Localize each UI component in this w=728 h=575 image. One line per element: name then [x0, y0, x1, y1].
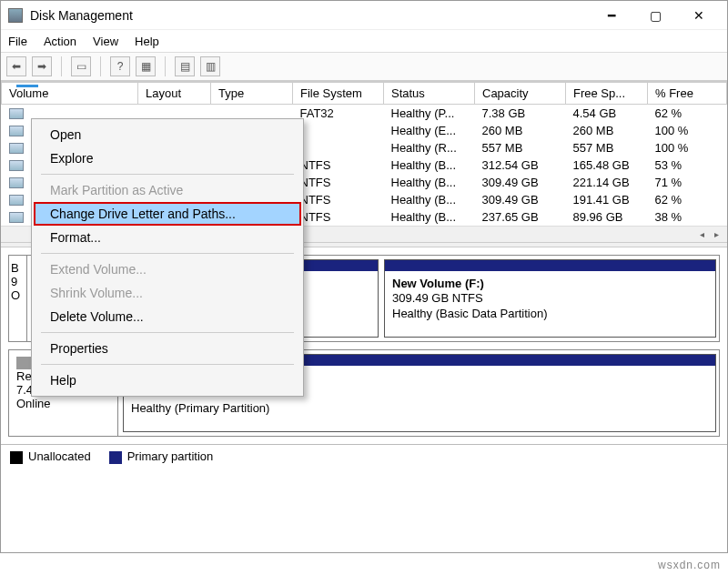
ctx-change-drive-letter[interactable]: Change Drive Letter and Paths... [34, 202, 301, 226]
menu-action[interactable]: Action [44, 35, 76, 48]
volume-icon [9, 195, 24, 206]
partition-f-title: New Volume (F:) [392, 277, 484, 290]
volume-icon [9, 108, 24, 119]
ctx-properties[interactable]: Properties [34, 337, 301, 360]
legend-primary: Primary partition [109, 449, 214, 464]
col-pctfree[interactable]: % Free [648, 82, 727, 104]
scroll-left-icon[interactable]: ◂ [694, 227, 709, 241]
refresh-button[interactable]: ▦ [136, 56, 156, 76]
watermark: wsxdn.com [658, 559, 721, 571]
col-capacity[interactable]: Capacity [475, 82, 566, 104]
disk-label-partial: B 9 O [9, 256, 27, 341]
partition-f[interactable]: New Volume (F:) 309.49 GB NTFS Healthy (… [384, 259, 716, 338]
menu-help[interactable]: Help [135, 35, 159, 48]
menu-bar: File Action View Help [1, 30, 727, 52]
toolbar: ⬅ ➡ ▭ ? ▦ ▤ ▥ [1, 52, 727, 81]
forward-button[interactable]: ➡ [32, 56, 52, 76]
close-button[interactable]: ✕ [678, 3, 720, 28]
col-freespace[interactable]: Free Sp... [566, 82, 648, 104]
volume-icon [9, 143, 24, 154]
settings-button[interactable]: ▤ [175, 56, 195, 76]
ctx-help[interactable]: Help [34, 368, 301, 392]
show-hide-tree-button[interactable]: ▭ [71, 56, 91, 76]
title-bar: Disk Management ━ ▢ ✕ [1, 1, 727, 30]
col-layout[interactable]: Layout [138, 82, 211, 104]
ctx-open[interactable]: Open [34, 123, 301, 146]
ctx-shrink-volume: Shrink Volume... [34, 281, 301, 305]
ctx-mark-active: Mark Partition as Active [34, 178, 301, 202]
app-icon [8, 8, 23, 23]
volume-icon [9, 212, 24, 223]
back-button[interactable]: ⬅ [6, 56, 26, 76]
menu-view[interactable]: View [93, 35, 118, 48]
col-filesystem[interactable]: File System [293, 82, 384, 104]
col-type[interactable]: Type [211, 82, 293, 104]
help-button[interactable]: ? [110, 56, 130, 76]
ctx-format[interactable]: Format... [34, 226, 301, 249]
menu-file[interactable]: File [8, 35, 27, 48]
sort-indicator [16, 85, 38, 87]
legend: Unallocated Primary partition [1, 444, 727, 469]
list-button[interactable]: ▥ [200, 56, 220, 76]
maximize-button[interactable]: ▢ [634, 3, 676, 28]
scroll-right-icon[interactable]: ▸ [709, 227, 723, 241]
volume-icon [9, 126, 24, 136]
col-status[interactable]: Status [384, 82, 475, 104]
volume-icon [9, 177, 24, 188]
volume-icon [9, 160, 24, 171]
legend-unallocated: Unallocated [10, 449, 91, 464]
ctx-extend-volume: Extend Volume... [34, 257, 301, 281]
col-volume[interactable]: Volume [2, 82, 138, 104]
ctx-delete-volume[interactable]: Delete Volume... [34, 305, 301, 328]
context-menu: Open Explore Mark Partition as Active Ch… [31, 118, 304, 397]
window-title: Disk Management [30, 8, 591, 23]
minimize-button[interactable]: ━ [591, 3, 632, 28]
ctx-explore[interactable]: Explore [34, 146, 301, 170]
